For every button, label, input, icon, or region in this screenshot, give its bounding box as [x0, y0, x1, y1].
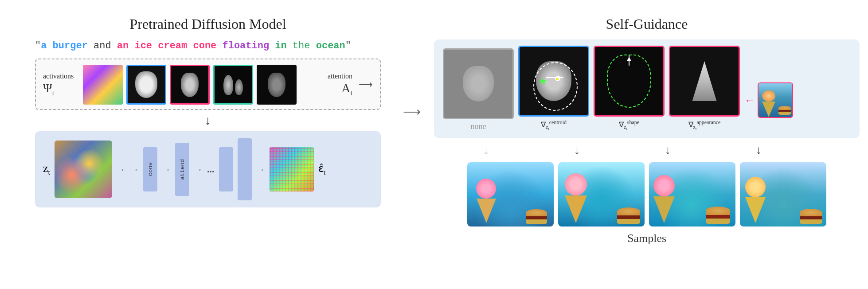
s1-cone: [476, 179, 496, 223]
s2-cone: [565, 173, 587, 223]
prompt-burger: a burger: [41, 40, 88, 51]
prompt-and: and: [88, 40, 117, 51]
right-panel: Self-Guidance none: [434, 16, 860, 245]
centroid-arrow: [546, 77, 563, 78]
ref-bun-bot: [778, 112, 791, 115]
diffusion-bottom-row: zt → → conv → attend → ... → ε̂t: [35, 131, 381, 207]
s3-scoop: [653, 175, 675, 196]
ref-cone-scoop: [762, 90, 775, 102]
sg-img-shape: [594, 46, 665, 117]
blob-b1: [223, 75, 233, 95]
s1-bun-top: [526, 209, 547, 216]
activation-gray-img: [257, 65, 297, 105]
scene-1-bg: [467, 162, 554, 227]
blob-shape-2: [181, 73, 199, 97]
sample-item-4: [740, 162, 826, 227]
s2-patty: [617, 215, 640, 219]
dark-blob-gray: [257, 65, 297, 105]
prompt-open-quote: ": [35, 40, 41, 51]
prompt-the: the: [287, 40, 316, 51]
arrow-2: →: [130, 164, 139, 175]
appearance-img-content: [670, 47, 739, 115]
s1-scoop: [476, 179, 496, 199]
conv-block: conv: [143, 147, 157, 191]
sg-item-none: none: [443, 48, 514, 131]
arrow-5: →: [256, 164, 265, 175]
left-right-connector: ⟶: [403, 105, 421, 119]
prompt-floating: floating: [216, 40, 275, 51]
activation-colorful-img: [83, 65, 123, 105]
s4-bun-bot: [800, 219, 822, 224]
noisy-input-img: [55, 141, 112, 198]
down-arrow-none: ↓: [443, 144, 529, 157]
prompt-text: "a burger and an ice cream cone floating…: [35, 40, 381, 51]
down-arrow-shape: ↓: [625, 144, 711, 157]
attend-label: attend: [179, 159, 186, 180]
left-panel: Pretrained Diffusion Model "a burger and…: [26, 16, 390, 207]
blob-shape-gray: [268, 73, 285, 97]
s1-patty: [526, 216, 547, 219]
left-title: Pretrained Diffusion Model: [129, 16, 286, 32]
s3-waffle: [653, 196, 675, 223]
activation-pink-img: [170, 65, 210, 105]
prompt-ice-cream: an ice cream cone: [117, 40, 216, 51]
sg-item-shape: ∇ztshape: [594, 46, 665, 131]
shape-up-arrow: [629, 55, 629, 66]
s2-scoop: [565, 173, 587, 195]
s4-patty: [800, 216, 822, 219]
samples-row: [467, 162, 826, 227]
ref-cone-waffle: [762, 102, 775, 117]
s3-bun-top: [706, 207, 730, 215]
nn-block-2: [238, 138, 252, 200]
gray-cone-shape: [463, 66, 494, 102]
psi-symbol: Ψt: [43, 81, 54, 97]
s1-burger: [526, 209, 547, 224]
scene-4-bg: [740, 162, 826, 227]
sg-img-appearance: [669, 46, 740, 117]
ref-burger: [778, 106, 791, 116]
shape-img-content: [595, 47, 663, 115]
conv-label: conv: [147, 162, 154, 176]
sg-img-none: [443, 48, 514, 119]
A-symbol: At: [341, 81, 352, 97]
sample-img-3: [649, 162, 735, 227]
attention-right-arrow: ⟶: [359, 79, 373, 90]
activations-text: activations: [43, 72, 74, 80]
s4-cone: [745, 177, 766, 223]
s3-patty: [706, 215, 730, 219]
s4-waffle: [745, 197, 766, 223]
prompt-close-quote: ": [345, 40, 351, 51]
arrow-4: →: [194, 164, 203, 175]
zt-label: zt: [43, 162, 50, 176]
s4-scoop: [745, 177, 766, 197]
sample-item-1: [467, 162, 554, 227]
blob-shape-1: [135, 71, 157, 98]
dark-blob-2: [171, 66, 208, 103]
activation-teal-img: [213, 65, 253, 105]
sample-img-2: [558, 162, 645, 227]
s2-bun-bot: [617, 219, 640, 224]
prompt-in: in: [275, 40, 286, 51]
ref-arrow-icon: ←: [744, 94, 755, 106]
ref-cone: [761, 90, 776, 115]
appear-cone-shape: [692, 61, 717, 101]
attend-block: attend: [175, 143, 189, 196]
sg-label-centroid: ∇ztcentroid: [541, 119, 567, 131]
sample-item-2: [558, 162, 645, 227]
prompt-ocean: ocean: [316, 40, 345, 51]
nn-block-1: [219, 147, 233, 191]
sg-label-none: none: [471, 122, 486, 131]
s4-burger: [800, 209, 822, 224]
self-guidance-top: none ★ ∇ztcentroid: [434, 39, 860, 138]
s2-waffle: [565, 195, 587, 223]
s3-burger: [706, 207, 730, 224]
dots-label: ...: [207, 164, 215, 175]
activations-label: activations Ψt: [43, 72, 78, 97]
blob-pair: [223, 75, 243, 95]
samples-label: Samples: [627, 232, 666, 245]
sample-img-4: [740, 162, 826, 227]
down-arrows-row: ↓ ↓ ↓ ↓: [434, 144, 860, 157]
attention-label: attention At: [321, 72, 352, 97]
sg-label-appearance: ∇ztappearance: [688, 119, 721, 131]
s4-bun-top: [800, 209, 822, 216]
